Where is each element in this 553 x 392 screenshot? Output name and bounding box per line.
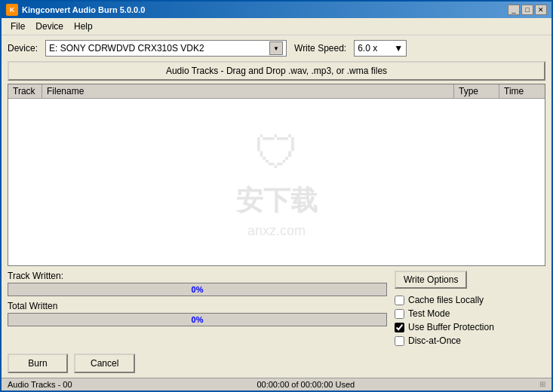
resize-handle[interactable]: ⊞ <box>539 380 545 389</box>
watermark-icon: 🛡 <box>254 126 300 178</box>
main-window: K Kingconvert Audio Burn 5.0.0.0 _ □ ✕ F… <box>0 0 553 392</box>
action-buttons: Burn Cancel <box>2 351 551 378</box>
write-speed-dropdown[interactable]: 6.0 x ▼ <box>354 40 407 57</box>
write-speed-value: 6.0 x <box>358 43 377 54</box>
track-list-header: Track Filename Type Time <box>8 84 545 99</box>
col-track: Track <box>8 84 42 98</box>
write-options-section: Write Options Cache files Locally Test M… <box>395 271 545 346</box>
device-dropdown-arrow: ▼ <box>269 41 283 55</box>
total-progress-text: 0% <box>8 314 386 326</box>
drop-zone-text: Audio Tracks - Drag and Drop .wav, .mp3,… <box>166 66 387 76</box>
track-list-container: Track Filename Type Time 🛡 安下载 anxz.com <box>8 84 545 266</box>
watermark-text-cn: 安下载 <box>236 182 318 219</box>
cache-label: Cache files Locally <box>408 295 484 305</box>
total-progress-bar: 0% <box>8 313 387 326</box>
disc-label: Disc-at-Once <box>408 335 461 346</box>
buffer-checkbox[interactable] <box>395 323 404 332</box>
drop-zone-bar[interactable]: Audio Tracks - Drag and Drop .wav, .mp3,… <box>8 61 545 81</box>
write-speed-label: Write Speed: <box>294 43 346 54</box>
app-icon: K <box>6 4 18 16</box>
track-list-body[interactable]: 🛡 安下载 anxz.com <box>8 99 545 265</box>
status-bar: Audio Tracks - 00 00:00:00 of 00:00:00 U… <box>2 378 551 390</box>
window-title: Kingconvert Audio Burn 5.0.0.0 <box>22 5 145 14</box>
toolbar: Device: E: SONY CDRWDVD CRX310S VDK2 ▼ W… <box>2 35 551 61</box>
menubar: File Device Help <box>2 18 551 35</box>
col-filename: Filename <box>42 84 454 98</box>
device-label: Device: <box>8 43 38 54</box>
watermark-text-url: anxz.com <box>247 222 306 238</box>
track-progress-text: 0% <box>8 283 386 296</box>
checkbox-disc: Disc-at-Once <box>395 335 545 346</box>
cancel-button[interactable]: Cancel <box>74 354 135 373</box>
watermark: 🛡 安下载 anxz.com <box>236 126 318 238</box>
status-tracks: Audio Tracks - 00 <box>8 380 72 389</box>
col-type: Type <box>454 84 499 98</box>
test-checkbox[interactable] <box>395 309 404 319</box>
track-written-label: Track Written: <box>8 271 387 281</box>
burn-button[interactable]: Burn <box>8 354 68 373</box>
checkbox-buffer: Use Buffer Protection <box>395 322 545 332</box>
close-button[interactable]: ✕ <box>535 5 547 15</box>
status-time: 00:00:00 of 00:00:00 Used <box>257 380 355 389</box>
menu-device[interactable]: Device <box>31 20 68 33</box>
write-options-button[interactable]: Write Options <box>395 271 467 289</box>
write-speed-dropdown-arrow: ▼ <box>394 43 403 54</box>
title-bar-buttons: _ □ ✕ <box>508 5 547 15</box>
maximize-button[interactable]: □ <box>521 5 533 15</box>
cache-checkbox[interactable] <box>395 296 404 305</box>
title-bar: K Kingconvert Audio Burn 5.0.0.0 _ □ ✕ <box>2 2 551 18</box>
checkbox-cache: Cache files Locally <box>395 295 545 305</box>
title-bar-left: K Kingconvert Audio Burn 5.0.0.0 <box>6 4 145 16</box>
checkbox-test: Test Mode <box>395 308 545 319</box>
track-progress-bar: 0% <box>8 283 387 296</box>
bottom-section: Track Written: 0% Total Written 0% Write… <box>2 266 551 351</box>
buffer-label: Use Buffer Protection <box>408 322 494 332</box>
minimize-button[interactable]: _ <box>508 5 520 15</box>
menu-help[interactable]: Help <box>69 20 97 33</box>
disc-checkbox[interactable] <box>395 336 404 346</box>
device-value: E: SONY CDRWDVD CRX310S VDK2 <box>49 43 204 54</box>
menu-file[interactable]: File <box>6 20 29 33</box>
device-dropdown[interactable]: E: SONY CDRWDVD CRX310S VDK2 ▼ <box>45 40 287 57</box>
progress-section: Track Written: 0% Total Written 0% <box>8 271 387 346</box>
test-label: Test Mode <box>408 308 450 319</box>
col-time: Time <box>499 84 545 98</box>
total-written-label: Total Written <box>8 301 387 311</box>
